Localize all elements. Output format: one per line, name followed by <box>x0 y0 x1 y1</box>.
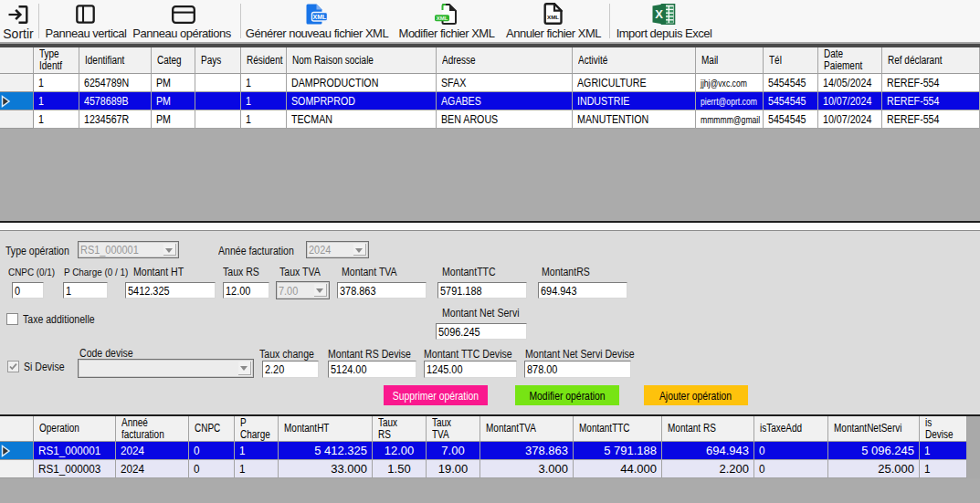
svg-text:XML: XML <box>437 16 448 21</box>
svg-text:XML: XML <box>547 14 559 20</box>
svg-text:X: X <box>655 7 663 21</box>
svg-text:XML: XML <box>313 14 328 20</box>
